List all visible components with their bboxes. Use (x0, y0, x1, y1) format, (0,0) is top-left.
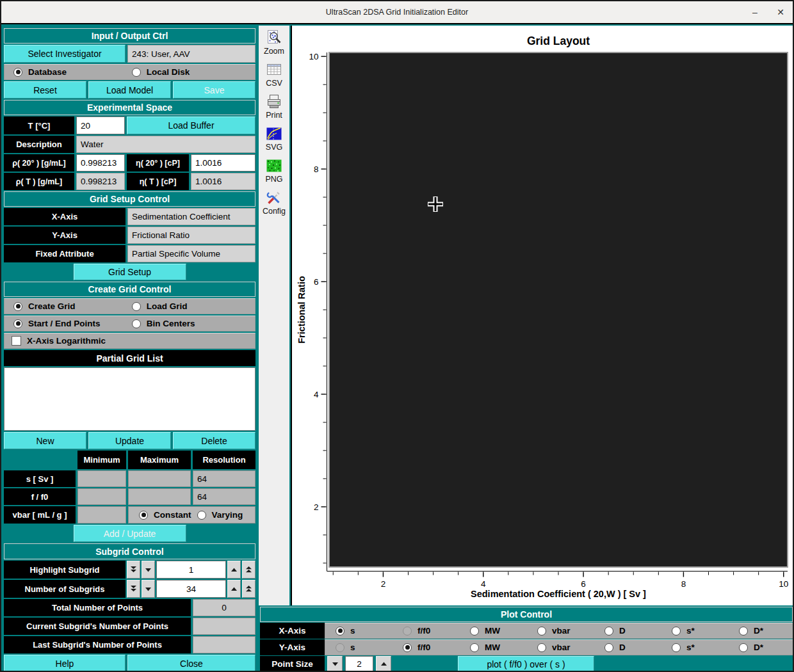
s-row-label: s [ Sv ] (4, 470, 76, 487)
point-size-field[interactable]: 2 (345, 656, 373, 672)
radio-s*[interactable]: s* (672, 643, 739, 652)
radio-option-label: D* (754, 626, 763, 636)
density20-label: ρ( 20° ) [g/mL] (4, 154, 74, 172)
highlight-subgrid-field[interactable]: 1 (156, 561, 226, 579)
double-up-icon (245, 585, 252, 593)
radio-d*[interactable]: D* (739, 643, 794, 652)
x-axis-log-label: X-Axis Logarithmic (27, 336, 106, 346)
radio-load-grid[interactable]: Load Grid (132, 301, 250, 311)
viscosity20-field[interactable]: 1.0016 (191, 154, 255, 172)
vbar-min-field[interactable] (77, 506, 126, 524)
new-button[interactable]: New (4, 432, 86, 449)
plot-x-axis-label: X-Axis (260, 623, 325, 639)
png-tool-button[interactable]: PNG (265, 157, 282, 184)
down-icon (145, 567, 152, 573)
radio-constant[interactable]: Constant (139, 510, 197, 520)
y-tick-label: 10 (309, 52, 318, 61)
x-tick-label: 4 (481, 579, 486, 589)
subgrids-up-button[interactable] (227, 580, 241, 598)
save-button[interactable]: Save (173, 81, 255, 99)
plot-button[interactable]: plot ( f/f0 ) over ( s ) (458, 656, 594, 672)
current-points-value (193, 618, 255, 635)
radio-circle-icon (197, 511, 206, 520)
radio-option-label: D (619, 626, 626, 636)
radio-option-label: s (350, 643, 355, 652)
grid-layout-plot[interactable]: Grid Layout224466881010Sedimentation Coe… (292, 26, 794, 605)
radio-s*[interactable]: s* (672, 626, 739, 636)
fixed-attr-value: Partial Specific Volume (127, 245, 255, 262)
vbar-radio-group: ConstantVarying (128, 506, 255, 524)
s-max-field[interactable] (128, 470, 191, 487)
radio-create-grid[interactable]: Create Grid (13, 301, 132, 311)
radio-circle-icon (132, 319, 141, 328)
subgrids-fast-down-button[interactable] (127, 580, 140, 598)
print-tool-button[interactable]: Print (266, 93, 282, 120)
point-size-down-button[interactable] (327, 656, 343, 672)
reset-button[interactable]: Reset (4, 81, 86, 99)
highlight-down-button[interactable] (142, 561, 155, 579)
update-button[interactable]: Update (88, 432, 171, 449)
radio-mw[interactable]: MW (470, 643, 537, 652)
close-button[interactable]: Close (127, 655, 255, 672)
s-min-field[interactable] (77, 470, 126, 487)
subgrids-down-button[interactable] (142, 580, 155, 598)
up-icon (231, 586, 238, 592)
radio-varying[interactable]: Varying (197, 510, 255, 520)
x-tick-label: 10 (779, 579, 788, 589)
radio-option-label: MW (485, 643, 500, 652)
csv-tool-button[interactable]: CSV (266, 61, 282, 88)
density20-field[interactable]: 0.998213 (76, 154, 125, 172)
radio-circle-icon (139, 511, 148, 520)
point-size-up-button[interactable] (376, 656, 391, 672)
radio-s[interactable]: s (336, 626, 403, 636)
radio-d[interactable]: D (604, 643, 672, 652)
ff0-min-field[interactable] (77, 488, 126, 505)
svg-tool-button[interactable]: SVG (266, 125, 282, 152)
help-button[interactable]: Help (4, 655, 126, 672)
partial-grid-list[interactable] (4, 367, 255, 431)
down-icon (332, 661, 339, 667)
highlight-fast-up-button[interactable] (242, 561, 255, 579)
plot-y-axis-row: Y-Axis sf/f0MWvbarDs*D* (260, 639, 793, 655)
control-panel: Input / Output Ctrl Select Investigator … (4, 28, 255, 672)
s-resolution-field[interactable]: 64 (193, 470, 255, 487)
number-subgrids-field[interactable]: 34 (156, 580, 226, 598)
investigator-display: 243: User, AAV (127, 45, 255, 63)
radio-mw[interactable]: MW (470, 626, 537, 636)
ff0-max-field[interactable] (128, 488, 191, 505)
close-icon[interactable]: ✕ (775, 7, 786, 17)
add-update-button[interactable]: Add / Update (74, 525, 186, 542)
radio-database[interactable]: Database (13, 67, 132, 77)
ff0-resolution-field[interactable]: 64 (193, 488, 255, 505)
x-axis-log-checkbox[interactable] (12, 336, 21, 346)
grid-setup-button[interactable]: Grid Setup (74, 264, 186, 280)
radio-start-end-points[interactable]: Start / End Points (13, 319, 132, 328)
plot-x-radio-group: sf/f0MWvbarDs*D* (325, 623, 794, 639)
load-model-button[interactable]: Load Model (88, 81, 171, 99)
radio-vbar[interactable]: vbar (537, 626, 604, 636)
minimize-icon[interactable]: – (749, 7, 761, 17)
temperature-field[interactable]: 20 (76, 116, 125, 134)
highlight-fast-down-button[interactable] (127, 561, 140, 579)
radio-vbar[interactable]: vbar (537, 643, 604, 652)
table-row: f / f0 64 (4, 488, 255, 505)
delete-button[interactable]: Delete (173, 432, 255, 449)
subgrids-fast-up-button[interactable] (242, 580, 255, 598)
load-buffer-button[interactable]: Load Buffer (127, 116, 255, 134)
select-investigator-button[interactable]: Select Investigator (4, 45, 126, 63)
radio-d*[interactable]: D* (739, 626, 794, 636)
radio-f-f0[interactable]: f/f0 (403, 643, 470, 652)
radio-circle-icon (132, 68, 141, 77)
table-row: vbar [ mL / g ] ConstantVarying (4, 506, 255, 524)
zoom-tool-button[interactable]: Zoom (264, 29, 284, 56)
y-axis-attr-value: Frictional Ratio (127, 227, 255, 244)
grid-layout-plot-area: Grid Layout224466881010Sedimentation Coe… (291, 26, 794, 605)
plot-canvas[interactable] (329, 52, 788, 567)
title-bar[interactable]: UltraScan 2DSA Grid Initialization Edito… (1, 1, 793, 24)
window-title: UltraScan 2DSA Grid Initialization Edito… (326, 8, 468, 17)
radio-local-disk[interactable]: Local Disk (132, 67, 250, 77)
radio-bin-centers[interactable]: Bin Centers (132, 319, 250, 328)
radio-d[interactable]: D (604, 626, 672, 636)
config-tool-button[interactable]: Config (263, 189, 286, 216)
highlight-up-button[interactable] (227, 561, 241, 579)
